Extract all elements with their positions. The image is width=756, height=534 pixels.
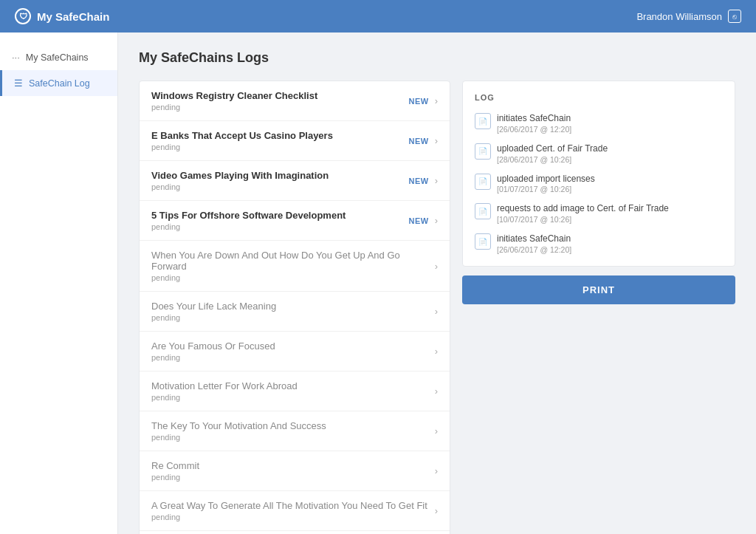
list-item-title: Are You Famous Or Focused	[151, 340, 275, 352]
log-entry-time: [26/06/2017 @ 12:20]	[497, 125, 571, 134]
list-item-title: Re Commit	[151, 460, 199, 471]
list-item-title: Motivation Letter For Work Abroad	[151, 380, 298, 391]
sidebar-item-safechain-log-label: SafeChain Log	[29, 78, 90, 89]
list-item-status: pending	[151, 473, 199, 482]
sidebar-item-my-safechains-label: My SafeChains	[26, 52, 89, 63]
log-entry-doc-icon: 📄	[475, 233, 491, 250]
new-badge: NEW	[408, 97, 428, 106]
list-item-title: A Great Way To Generate All The Motivati…	[151, 500, 427, 511]
chevron-right-icon: ›	[435, 425, 438, 437]
list-item-status: pending	[151, 273, 435, 282]
list-item-status: pending	[151, 103, 317, 112]
list-icon: ☰	[14, 78, 23, 89]
logout-icon[interactable]: ⎋	[728, 10, 741, 23]
list-item-title: When You Are Down And Out How Do You Get…	[151, 250, 435, 272]
log-entry-action: uploaded Cert. of Fair Trade	[497, 143, 608, 155]
chevron-right-icon: ›	[435, 306, 438, 317]
log-entry-action: requests to add image to Cert. of Fair T…	[497, 202, 669, 215]
list-item-status: pending	[151, 393, 298, 402]
chevron-right-icon: ›	[435, 135, 438, 146]
page-title: My SafeChains Logs	[139, 50, 735, 66]
log-entry: 📄 uploaded import licenses [01/07/2017 @…	[475, 173, 723, 194]
log-entry-time: [01/07/2017 @ 10:26]	[497, 185, 595, 194]
list-item-status: pending	[151, 433, 326, 442]
list-item-status: pending	[151, 353, 275, 362]
main-content: My SafeChains Logs Windows Registry Clea…	[118, 32, 756, 534]
log-entry-time: [26/06/2017 @ 12:20]	[497, 245, 571, 254]
sidebar-item-my-safechains[interactable]: ··· My SafeChains	[0, 44, 117, 70]
list-item[interactable]: Windows Registry Cleaner Checklist pendi…	[140, 81, 450, 121]
content-area: Windows Registry Cleaner Checklist pendi…	[139, 81, 735, 534]
list-item-status: pending	[151, 513, 427, 521]
list-item[interactable]: Motivation Letter For Work Abroad pendin…	[140, 372, 450, 411]
list-item[interactable]: Re Commit pending ›	[140, 451, 450, 491]
log-entry-time: [28/06/2017 @ 10:26]	[497, 155, 608, 164]
chevron-right-icon: ›	[435, 175, 438, 186]
sidebar-item-safechain-log[interactable]: ☰ SafeChain Log	[0, 70, 117, 96]
chevron-right-icon: ›	[435, 386, 438, 397]
log-entry: 📄 requests to add image to Cert. of Fair…	[475, 202, 723, 224]
log-entry-doc-icon: 📄	[475, 174, 491, 190]
list-item-title: The Key To Your Motivation And Success	[151, 420, 326, 431]
chevron-right-icon: ›	[435, 465, 438, 476]
list-item[interactable]: 5 Tips For Offshore Software Development…	[140, 201, 450, 241]
chevron-right-icon: ›	[435, 346, 438, 357]
list-item-title: Windows Registry Cleaner Checklist	[151, 90, 317, 101]
log-entry: 📄 initiates SafeChain [26/06/2017 @ 12:2…	[475, 112, 723, 134]
chevron-right-icon: ›	[435, 261, 438, 272]
list-item-status: pending	[151, 143, 333, 151]
log-entry: 📄 initiates SafeChain [26/06/2017 @ 12:2…	[475, 233, 723, 254]
list-item[interactable]: E Banks That Accept Us Casino Players pe…	[140, 121, 450, 161]
print-button[interactable]: PRINT	[462, 275, 735, 304]
chevron-right-icon: ›	[435, 215, 438, 226]
list-item-title: Video Games Playing With Imagination	[151, 170, 329, 181]
layout: ··· My SafeChains ☰ SafeChain Log My Saf…	[0, 32, 756, 534]
log-entry-doc-icon: 📄	[475, 113, 491, 129]
log-entry-doc-icon: 📄	[475, 203, 491, 219]
list-item-status: pending	[151, 182, 329, 191]
new-badge: NEW	[408, 216, 428, 225]
dots-icon: ···	[12, 52, 20, 63]
chevron-right-icon: ›	[435, 505, 438, 516]
list-item[interactable]: Re Commit pending ›	[140, 531, 450, 534]
shield-icon: 🛡	[15, 8, 31, 24]
new-badge: NEW	[408, 137, 428, 146]
list-item-title: Does Your Life Lack Meaning	[151, 301, 276, 312]
log-entry-action: uploaded import licenses	[497, 173, 595, 185]
list-item-status: pending	[151, 222, 346, 231]
new-badge: NEW	[408, 177, 428, 185]
list-item[interactable]: A Great Way To Generate All The Motivati…	[140, 491, 450, 531]
list-item[interactable]: Are You Famous Or Focused pending ›	[140, 332, 450, 372]
list-item[interactable]: Video Games Playing With Imagination pen…	[140, 161, 450, 201]
log-entry-time: [10/07/2017 @ 10:26]	[497, 215, 669, 224]
sidebar: ··· My SafeChains ☰ SafeChain Log	[0, 32, 118, 534]
brand-name: My SafeChain	[37, 10, 109, 23]
list-item-status: pending	[151, 313, 276, 322]
log-entry: 📄 uploaded Cert. of Fair Trade [28/06/20…	[475, 143, 723, 164]
list-item[interactable]: The Key To Your Motivation And Success p…	[140, 411, 450, 451]
list-item[interactable]: Does Your Life Lack Meaning pending ›	[140, 292, 450, 332]
log-box: LOG 📄 initiates SafeChain [26/06/2017 @ …	[462, 81, 735, 267]
list-item[interactable]: When You Are Down And Out How Do You Get…	[140, 241, 450, 292]
log-header: LOG	[475, 93, 723, 102]
user-menu[interactable]: Brandon Williamson ⎋	[636, 10, 741, 23]
log-entry-action: initiates SafeChain	[497, 233, 571, 245]
top-nav: 🛡 My SafeChain Brandon Williamson ⎋	[0, 0, 756, 32]
list-item-title: E Banks That Accept Us Casino Players	[151, 130, 333, 141]
list-item-title: 5 Tips For Offshore Software Development	[151, 210, 346, 221]
log-entry-action: initiates SafeChain	[497, 112, 571, 125]
log-panel: LOG 📄 initiates SafeChain [26/06/2017 @ …	[462, 81, 735, 534]
user-name: Brandon Williamson	[636, 11, 722, 22]
chevron-right-icon: ›	[435, 95, 438, 106]
safechain-list: Windows Registry Cleaner Checklist pendi…	[139, 81, 450, 534]
log-entry-doc-icon: 📄	[475, 143, 491, 160]
brand: 🛡 My SafeChain	[15, 8, 109, 24]
